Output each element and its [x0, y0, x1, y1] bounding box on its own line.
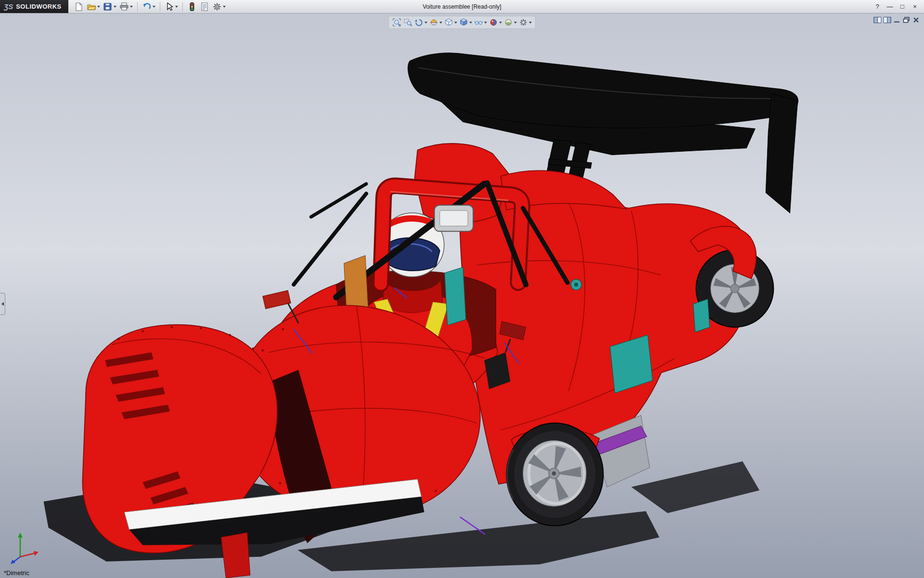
dropdown-arrow-icon[interactable]	[454, 22, 457, 24]
dropdown-arrow-icon[interactable]	[97, 6, 100, 8]
split-pane-left-button[interactable]	[873, 16, 882, 24]
dropdown-arrow-icon[interactable]	[175, 6, 178, 8]
standard-toolbar	[68, 1, 227, 12]
edit-appearance-sphere-icon	[489, 18, 498, 27]
graphics-area[interactable]: *Dimetric	[0, 13, 924, 578]
close-button[interactable]: ×	[910, 2, 920, 12]
undo-arrow-icon	[142, 2, 152, 12]
close-document-button[interactable]	[912, 16, 920, 24]
section-view-icon	[429, 18, 438, 27]
dropdown-arrow-icon[interactable]	[439, 22, 442, 24]
viewport-pane-controls	[873, 16, 920, 24]
view-orientation-button[interactable]	[444, 17, 458, 27]
section-view-button[interactable]	[429, 17, 443, 27]
previous-view-icon	[414, 18, 424, 27]
view-settings-gear-icon	[519, 18, 528, 27]
restore-document-button[interactable]	[902, 16, 911, 24]
toolbar-separator	[182, 2, 183, 12]
minimize-document-icon	[893, 16, 901, 24]
model-scene[interactable]	[0, 13, 924, 578]
open-folder-icon	[87, 2, 96, 12]
options-gear-icon	[212, 2, 222, 12]
toolbar-separator	[137, 2, 138, 12]
hide-show-glasses-icon	[474, 18, 483, 27]
display-style-cube-icon	[459, 18, 468, 27]
view-orientation-label: *Dimetric	[4, 569, 29, 577]
previous-view-button[interactable]	[414, 17, 428, 27]
cockpit-insert-teal[interactable]	[445, 267, 466, 326]
solidworks-logo-icon: ƷS	[4, 2, 13, 11]
maximize-button[interactable]: □	[897, 2, 908, 12]
dropdown-arrow-icon[interactable]	[484, 22, 487, 24]
new-document-icon	[74, 2, 84, 12]
splitter-fin	[221, 533, 250, 578]
file-properties-icon	[200, 2, 209, 12]
heads-up-view-toolbar	[388, 16, 536, 29]
print-icon	[119, 2, 129, 12]
dropdown-arrow-icon[interactable]	[223, 6, 226, 8]
chevron-left-icon	[1, 302, 4, 306]
save-button[interactable]	[102, 1, 117, 12]
save-floppy-icon	[103, 2, 113, 12]
apply-scene-icon	[504, 18, 513, 27]
hide-show-items-button[interactable]	[474, 17, 488, 27]
file-properties-button[interactable]	[199, 1, 210, 12]
view-orientation-cube-icon	[444, 18, 453, 27]
split-pane-right-button[interactable]	[883, 16, 891, 24]
open-button[interactable]	[86, 1, 101, 12]
solidworks-logo: ƷS SOLIDWORKS	[0, 0, 68, 13]
dropdown-arrow-icon[interactable]	[424, 22, 427, 24]
close-document-icon	[912, 16, 920, 24]
dropdown-arrow-icon[interactable]	[514, 22, 517, 24]
print-button[interactable]	[118, 1, 134, 12]
title-bar: ƷS SOLIDWORKS	[0, 0, 924, 13]
split-pane-right-icon	[883, 16, 891, 24]
solidworks-window: ƷS SOLIDWORKS	[0, 0, 924, 578]
help-button[interactable]: ?	[872, 2, 883, 12]
new-document-button[interactable]	[73, 1, 85, 12]
restore-document-icon	[902, 16, 911, 24]
apply-scene-button[interactable]	[503, 17, 517, 27]
select-button[interactable]	[164, 1, 179, 12]
dropdown-arrow-icon[interactable]	[114, 6, 116, 8]
split-pane-left-icon	[873, 16, 882, 24]
zoom-to-fit-icon	[392, 18, 401, 27]
select-cursor-icon	[165, 2, 174, 12]
zoom-to-fit-button[interactable]	[392, 17, 402, 27]
dropdown-arrow-icon[interactable]	[499, 22, 502, 24]
dropdown-arrow-icon[interactable]	[529, 22, 532, 24]
front-right-wheel[interactable]	[506, 423, 603, 525]
orientation-triad	[6, 527, 44, 565]
dropdown-arrow-icon[interactable]	[153, 6, 155, 8]
dropdown-arrow-icon[interactable]	[130, 6, 133, 8]
display-style-button[interactable]	[459, 17, 473, 27]
feature-tree-collapse-tab[interactable]	[0, 293, 5, 315]
rebuild-button[interactable]	[186, 1, 198, 12]
rebuild-traffic-light-icon	[187, 2, 197, 12]
edit-appearance-button[interactable]	[488, 17, 502, 27]
solidworks-logo-text: SOLIDWORKS	[16, 3, 62, 10]
minimize-button[interactable]: —	[885, 2, 895, 12]
window-controls: ? — □ ×	[872, 2, 924, 12]
toolbar-separator	[160, 2, 160, 12]
options-button[interactable]	[211, 1, 227, 12]
rearview-mirror[interactable]	[435, 205, 473, 231]
minimize-document-button[interactable]	[893, 16, 901, 24]
view-settings-button[interactable]	[518, 17, 532, 27]
zoom-to-area-icon	[403, 18, 412, 27]
dropdown-arrow-icon[interactable]	[469, 22, 472, 24]
zoom-to-area-button[interactable]	[403, 17, 413, 27]
undo-button[interactable]	[141, 1, 156, 12]
